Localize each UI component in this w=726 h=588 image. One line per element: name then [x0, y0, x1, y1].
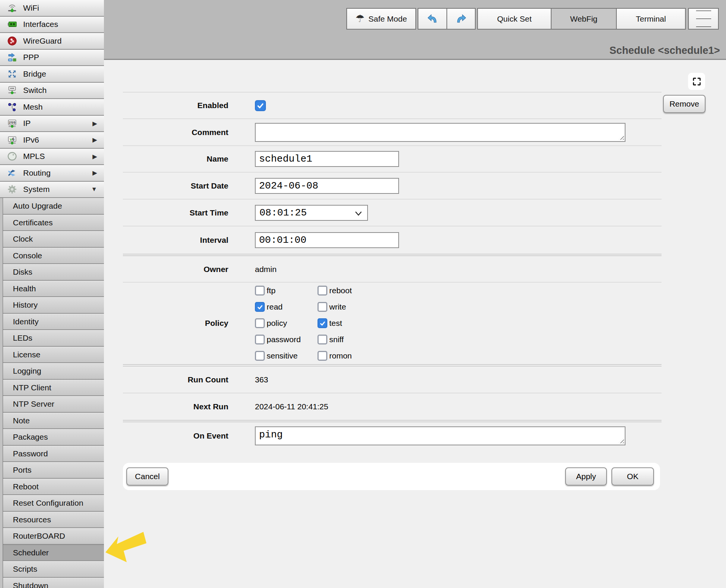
policy-policy[interactable]: policy	[255, 318, 317, 328]
redo-arrow-icon	[456, 13, 467, 25]
on-event-textarea[interactable]: ping	[255, 426, 625, 445]
ip-icon: 255	[6, 117, 18, 129]
name-input[interactable]	[255, 151, 399, 167]
ppp-icon	[6, 51, 18, 63]
policy-test[interactable]: test	[317, 318, 352, 328]
policy-label-text: sensitive	[267, 351, 298, 360]
sidebar-item-interfaces[interactable]: Interfaces	[0, 17, 104, 33]
sidebar-item-routerboard[interactable]: RouterBOARD	[3, 528, 104, 545]
policy-sniff[interactable]: sniff	[317, 335, 352, 344]
sidebar-item-ports[interactable]: Ports	[3, 462, 104, 479]
policy-romon[interactable]: romon	[317, 351, 352, 361]
sidebar-item-certificates[interactable]: Certificates	[3, 215, 104, 231]
sidebar-item-health[interactable]: Health	[3, 281, 104, 297]
password-checkbox[interactable]	[255, 335, 265, 344]
next-run-row: Next Run 2024-06-11 20:41:25	[123, 393, 662, 420]
sidebar-item-license[interactable]: License	[3, 347, 104, 363]
sidebar-item-clock[interactable]: Clock	[3, 231, 104, 248]
sidebar-item-ntp-server[interactable]: NTP Server	[3, 396, 104, 413]
sidebar-item-ipv6[interactable]: v6 IPv6 ▶	[0, 132, 104, 149]
sniff-checkbox[interactable]	[317, 335, 327, 344]
enabled-label: Enabled	[123, 101, 228, 110]
remove-button[interactable]: Remove	[663, 95, 706, 113]
ok-label: OK	[627, 472, 638, 481]
ftp-checkbox[interactable]	[255, 286, 265, 296]
sidebar-item-reboot[interactable]: Reboot	[3, 479, 104, 495]
cancel-button[interactable]: Cancel	[126, 467, 168, 486]
tab-terminal[interactable]: Terminal	[616, 8, 686, 30]
quick-set-label: Quick Set	[497, 14, 531, 24]
sidebar-item-scripts[interactable]: Scripts	[3, 561, 104, 578]
expand-arrow: ▶	[93, 136, 99, 143]
hamburger-bar	[696, 27, 711, 27]
sidebar-item-mpls[interactable]: MPLS ▶	[0, 149, 104, 165]
sidebar-item-label: WiFi	[23, 3, 39, 13]
sidebar-item-switch[interactable]: Switch	[0, 83, 104, 99]
sidebar-item-leds[interactable]: LEDs	[3, 330, 104, 347]
write-checkbox[interactable]	[317, 302, 327, 312]
sidebar-item-history[interactable]: History	[3, 297, 104, 314]
policy-checkbox[interactable]	[255, 318, 265, 328]
apply-button[interactable]: Apply	[565, 467, 607, 486]
policy-password[interactable]: password	[255, 335, 317, 344]
safe-mode-button[interactable]: ☂ Safe Mode	[346, 8, 416, 30]
sidebar-item-password[interactable]: Password	[3, 446, 104, 462]
sidebar-item-logging[interactable]: Logging	[3, 363, 104, 380]
sidebar-item-ip[interactable]: 255 IP ▶	[0, 116, 104, 132]
gear-icon	[6, 183, 18, 195]
sidebar-item-identity[interactable]: Identity	[3, 314, 104, 330]
name-label: Name	[123, 154, 228, 164]
sidebar-item-system[interactable]: System ▼	[0, 182, 104, 198]
owner-value: admin	[255, 265, 277, 274]
policy-ftp[interactable]: ftp	[255, 286, 317, 296]
sidebar-item-ntp-client[interactable]: NTP Client	[3, 380, 104, 396]
sidebar-item-shutdown[interactable]: Shutdown	[3, 578, 104, 588]
sidebar-item-console[interactable]: Console	[3, 248, 104, 264]
sidebar-item-routing[interactable]: Routing ▶	[0, 165, 104, 182]
enabled-checkbox[interactable]	[255, 100, 266, 111]
on-event-row: On Event ping	[123, 423, 662, 449]
sidebar-item-bridge[interactable]: Bridge	[0, 66, 104, 83]
interval-input[interactable]	[255, 232, 399, 248]
sidebar-item-disks[interactable]: Disks	[3, 264, 104, 281]
sidebar-item-resources[interactable]: Resources	[3, 512, 104, 528]
undo-button[interactable]	[418, 8, 447, 30]
sidebar-item-wireguard[interactable]: WireGuard	[0, 33, 104, 50]
policy-write[interactable]: write	[317, 302, 352, 312]
policy-read[interactable]: read	[255, 302, 317, 312]
fullscreen-button[interactable]	[688, 73, 705, 90]
romon-checkbox[interactable]	[317, 351, 327, 361]
section-separator	[123, 364, 662, 366]
policy-label-text: write	[329, 302, 346, 311]
reboot-checkbox[interactable]	[317, 286, 327, 296]
test-checkbox[interactable]	[317, 318, 327, 328]
comment-textarea[interactable]	[255, 123, 625, 142]
section-separator	[123, 420, 662, 422]
start-date-label: Start Date	[123, 181, 228, 190]
policy-reboot[interactable]: reboot	[317, 286, 352, 296]
sidebar-item-auto-upgrade[interactable]: Auto Upgrade	[3, 198, 104, 215]
owner-row: Owner admin	[123, 256, 662, 282]
policy-sensitive[interactable]: sensitive	[255, 351, 317, 361]
tab-webfig[interactable]: WebFig	[551, 8, 617, 30]
sensitive-checkbox[interactable]	[255, 351, 265, 361]
sidebar-item-mesh[interactable]: Mesh	[0, 99, 104, 116]
expand-arrow: ▶	[93, 153, 99, 160]
ok-button[interactable]: OK	[611, 467, 654, 486]
run-count-label: Run Count	[123, 375, 228, 384]
policy-label-text: policy	[267, 319, 287, 328]
sidebar-item-packages[interactable]: Packages	[3, 429, 104, 446]
sidebar-item-note[interactable]: Note	[3, 413, 104, 429]
sidebar: WiFi Interfaces	[0, 0, 104, 588]
tab-quick-set[interactable]: Quick Set	[477, 8, 552, 30]
sidebar-item-scheduler[interactable]: Scheduler	[3, 545, 104, 561]
read-checkbox[interactable]	[255, 302, 265, 312]
on-event-label: On Event	[123, 431, 228, 440]
sidebar-item-wifi[interactable]: WiFi	[0, 0, 104, 17]
start-time-select[interactable]: 08:01:25	[255, 205, 368, 221]
main-menu-button[interactable]	[688, 8, 719, 30]
redo-button[interactable]	[446, 8, 476, 30]
start-date-input[interactable]	[255, 178, 399, 194]
sidebar-item-ppp[interactable]: PPP	[0, 50, 104, 66]
sidebar-item-reset-configuration[interactable]: Reset Configuration	[3, 495, 104, 512]
